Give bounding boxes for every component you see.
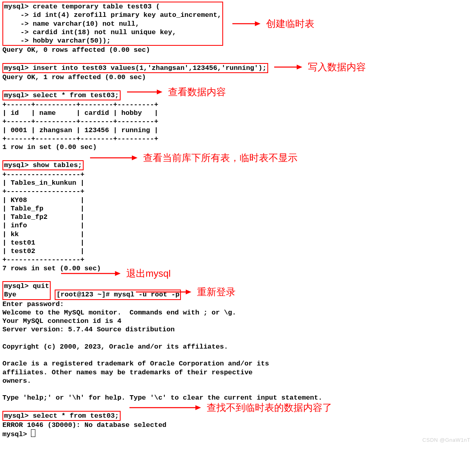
- svg-marker-5: [157, 90, 162, 94]
- sql-quit: mysql> quit Bye: [2, 281, 51, 300]
- svg-marker-11: [186, 290, 191, 294]
- annotation-quit: 退出mysql: [60, 267, 171, 280]
- cursor-icon: [31, 429, 35, 437]
- sql-create-temp-table: mysql> create temporary table test03 ( -…: [2, 2, 223, 46]
- select-2-error: ERROR 1046 (3D000): No database selected: [2, 421, 474, 429]
- terminal-screenshot: mysql> create temporary table test03 ( -…: [0, 0, 476, 449]
- annotation-text: 查看当前库下所有表，临时表不显示: [143, 152, 298, 164]
- arrow-icon: [89, 154, 137, 162]
- annotation-text: 退出mysql: [126, 267, 171, 280]
- svg-marker-7: [132, 155, 137, 160]
- annotation-insert-data: 写入数据内容: [273, 61, 366, 73]
- select-1-result: +------+----------+--------+---------+ |…: [2, 100, 474, 152]
- arrow-icon: [60, 269, 121, 278]
- query-ok-1: Query OK, 0 rows affected (0.00 sec): [2, 46, 474, 54]
- query-ok-2: Query OK, 1 row affected (0.00 sec): [2, 73, 474, 82]
- show-tables-result: +------------------+ | Tables_in_kunkun …: [2, 170, 474, 273]
- annotation-text: 写入数据内容: [308, 61, 366, 73]
- svg-marker-9: [115, 271, 121, 276]
- annotation-select-data: 查看数据内容: [126, 86, 226, 98]
- spacer: [2, 82, 474, 90]
- sql-show-tables: mysql> show tables;: [2, 160, 84, 170]
- svg-marker-1: [255, 21, 261, 26]
- svg-marker-3: [297, 65, 302, 69]
- arrow-icon: [273, 63, 302, 71]
- annotation-text: 重新登录: [197, 286, 236, 298]
- annotation-create-table: 创建临时表: [232, 18, 314, 30]
- arrow-icon: [126, 88, 162, 96]
- sql-select-2: mysql> select * from test03;: [2, 411, 121, 421]
- annotation-text: 查找不到临时表的数据内容了: [207, 402, 332, 414]
- arrow-icon: [232, 20, 261, 28]
- annotation-text: 查看数据内容: [168, 86, 226, 98]
- svg-marker-13: [195, 405, 201, 410]
- final-prompt: mysql>: [2, 429, 474, 439]
- prompt-text: mysql>: [2, 431, 31, 438]
- annotation-text: 创建临时表: [266, 18, 314, 30]
- arrow-icon: [129, 404, 201, 412]
- sql-insert: mysql> insert into test03 values(1,'zhan…: [2, 63, 268, 73]
- arrow-icon: [135, 288, 191, 296]
- sql-select-1: mysql> select * from test03;: [2, 90, 121, 100]
- annotation-select-again: 查找不到临时表的数据内容了: [129, 402, 332, 414]
- spacer: [2, 55, 474, 63]
- annotation-relogin: 重新登录: [135, 286, 236, 298]
- relogin-output: Enter password: Welcome to the MySQL mon…: [2, 300, 474, 402]
- annotation-show-tables: 查看当前库下所有表，临时表不显示: [89, 152, 298, 164]
